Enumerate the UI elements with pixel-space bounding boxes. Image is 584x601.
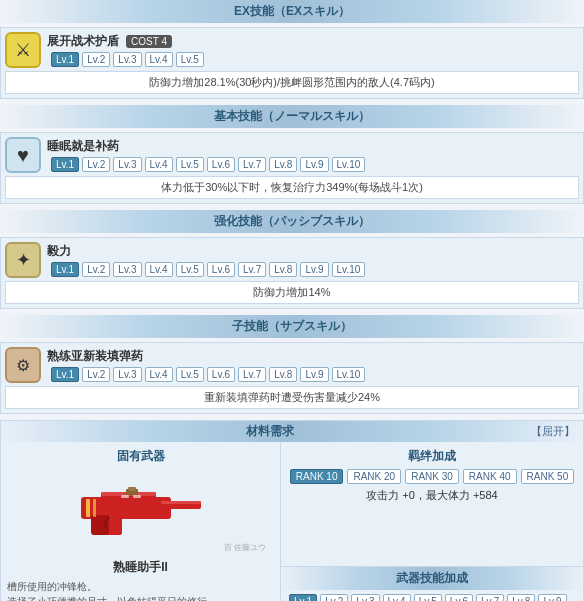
rank-panel-title: 羁绊加成 [287, 448, 577, 465]
weapon-bonus-header: 武器技能加成 [281, 567, 583, 590]
wb-lv-4[interactable]: Lv.4 [383, 594, 411, 601]
rank-20[interactable]: RANK 20 [347, 469, 401, 484]
materials-collapse-button[interactable]: 【屈开】 [531, 424, 575, 439]
rank-40[interactable]: RANK 40 [463, 469, 517, 484]
svg-rect-11 [86, 499, 90, 517]
basic-lv-8[interactable]: Lv.8 [269, 157, 297, 172]
basic-skill-section-header: 基本技能（ノーマルスキル） [0, 105, 584, 128]
wb-lv-9[interactable]: Lv.9 [538, 594, 566, 601]
enhance-lv-6[interactable]: Lv.6 [207, 262, 235, 277]
basic-lv-4[interactable]: Lv.4 [145, 157, 173, 172]
sub-lv-5[interactable]: Lv.5 [176, 367, 204, 382]
weapon-name: 熟睡助手II [7, 559, 274, 576]
basic-lv-5[interactable]: Lv.5 [176, 157, 204, 172]
enhance-lv-5[interactable]: Lv.5 [176, 262, 204, 277]
enhance-skill-name: 毅力 [47, 244, 71, 258]
enhance-skill-name-area: 毅力 Lv.1 Lv.2 Lv.3 Lv.4 Lv.5 Lv.6 Lv.7 Lv… [47, 243, 579, 277]
enhance-lv-3[interactable]: Lv.3 [113, 262, 141, 277]
wb-lv-3[interactable]: Lv.3 [351, 594, 379, 601]
sub-skill-icon: ⚙ [5, 347, 41, 383]
svg-rect-10 [128, 487, 136, 491]
enhance-lv-8[interactable]: Lv.8 [269, 262, 297, 277]
enhance-skill-levels: Lv.1 Lv.2 Lv.3 Lv.4 Lv.5 Lv.6 Lv.7 Lv.8 … [51, 262, 579, 277]
wb-lv-5[interactable]: Lv.5 [414, 594, 442, 601]
rank-stat: 攻击力 +0，最大体力 +584 [287, 488, 577, 503]
weapon-description: 槽所使用的冲锋枪。 选择了小巧便携的尺寸，以免妨碍平日的修行。 顺带一提，熟睡助… [7, 579, 274, 601]
sub-lv-2[interactable]: Lv.2 [82, 367, 110, 382]
ex-skill-row: ⚔ 展开战术护盾 COST 4 Lv.1 Lv.2 Lv.3 Lv.4 Lv.5 [5, 32, 579, 68]
svg-rect-8 [133, 495, 141, 498]
ex-lv-2[interactable]: Lv.2 [82, 52, 110, 67]
enhance-lv-10[interactable]: Lv.10 [332, 262, 366, 277]
weapon-info: 熟睡助手II 槽所使用的冲锋枪。 选择了小巧便携的尺寸，以免妨碍平日的修行。 顺… [7, 559, 274, 601]
enhance-lv-9[interactable]: Lv.9 [300, 262, 328, 277]
enhance-skill-icon: ✦ [5, 242, 41, 278]
basic-lv-7[interactable]: Lv.7 [238, 157, 266, 172]
materials-content: 固有武器 [1, 442, 583, 601]
weapon-bonus-content: Lv.1 Lv.2 Lv.3 Lv.4 Lv.5 Lv.6 Lv.7 Lv.8 … [281, 590, 583, 601]
enhance-skill-section-header: 强化技能（パッシブスキル） [0, 210, 584, 233]
ex-lv-5[interactable]: Lv.5 [176, 52, 204, 67]
sub-lv-10[interactable]: Lv.10 [332, 367, 366, 382]
enhance-lv-7[interactable]: Lv.7 [238, 262, 266, 277]
basic-skill-block: ♥ 睡眠就是补药 Lv.1 Lv.2 Lv.3 Lv.4 Lv.5 Lv.6 L… [0, 132, 584, 204]
sub-lv-1[interactable]: Lv.1 [51, 367, 79, 382]
weapon-image-area: 百 佐藤ユウ [7, 469, 274, 555]
sub-lv-8[interactable]: Lv.8 [269, 367, 297, 382]
ex-skill-cost: COST 4 [126, 35, 172, 48]
weapon-image [71, 477, 211, 547]
rank-50[interactable]: RANK 50 [521, 469, 575, 484]
basic-lv-6[interactable]: Lv.6 [207, 157, 235, 172]
ex-lv-4[interactable]: Lv.4 [145, 52, 173, 67]
sub-skill-levels: Lv.1 Lv.2 Lv.3 Lv.4 Lv.5 Lv.6 Lv.7 Lv.8 … [51, 367, 579, 382]
ex-skill-levels: Lv.1 Lv.2 Lv.3 Lv.4 Lv.5 [51, 52, 579, 67]
ex-skill-block: ⚔ 展开战术护盾 COST 4 Lv.1 Lv.2 Lv.3 Lv.4 Lv.5… [0, 27, 584, 99]
ex-skill-icon: ⚔ [5, 32, 41, 68]
wb-lv-1[interactable]: Lv.1 [289, 594, 317, 601]
basic-lv-10[interactable]: Lv.10 [332, 157, 366, 172]
sub-lv-6[interactable]: Lv.6 [207, 367, 235, 382]
enhance-skill-row: ✦ 毅力 Lv.1 Lv.2 Lv.3 Lv.4 Lv.5 Lv.6 Lv.7 … [5, 242, 579, 278]
ex-skill-name: 展开战术护盾 [47, 34, 119, 48]
basic-skill-name: 睡眠就是补药 [47, 139, 119, 153]
wb-level-row-1: Lv.1 Lv.2 Lv.3 Lv.4 Lv.5 Lv.6 Lv.7 Lv.8 … [289, 594, 575, 601]
enhance-lv-2[interactable]: Lv.2 [82, 262, 110, 277]
basic-skill-name-area: 睡眠就是补药 Lv.1 Lv.2 Lv.3 Lv.4 Lv.5 Lv.6 Lv.… [47, 138, 579, 172]
basic-lv-2[interactable]: Lv.2 [82, 157, 110, 172]
weapon-panel-title: 固有武器 [7, 448, 274, 465]
weapon-panel: 固有武器 [1, 442, 281, 601]
sub-lv-4[interactable]: Lv.4 [145, 367, 173, 382]
rank-panel: 羁绊加成 RANK 10 RANK 20 RANK 30 RANK 40 RAN… [281, 442, 583, 566]
basic-skill-icon: ♥ [5, 137, 41, 173]
right-panel: 羁绊加成 RANK 10 RANK 20 RANK 30 RANK 40 RAN… [281, 442, 583, 601]
basic-skill-row: ♥ 睡眠就是补药 Lv.1 Lv.2 Lv.3 Lv.4 Lv.5 Lv.6 L… [5, 137, 579, 173]
wb-lv-8[interactable]: Lv.8 [507, 594, 535, 601]
svg-rect-7 [121, 495, 129, 498]
rank-bars: RANK 10 RANK 20 RANK 30 RANK 40 RANK 50 [287, 469, 577, 484]
sub-lv-9[interactable]: Lv.9 [300, 367, 328, 382]
enhance-lv-4[interactable]: Lv.4 [145, 262, 173, 277]
enhance-skill-desc: 防御力增加14% [5, 281, 579, 304]
basic-lv-3[interactable]: Lv.3 [113, 157, 141, 172]
rank-10[interactable]: RANK 10 [290, 469, 344, 484]
ex-skill-section-header: EX技能（EXスキル） [0, 0, 584, 23]
basic-skill-levels: Lv.1 Lv.2 Lv.3 Lv.4 Lv.5 Lv.6 Lv.7 Lv.8 … [51, 157, 579, 172]
enhance-lv-1[interactable]: Lv.1 [51, 262, 79, 277]
basic-lv-1[interactable]: Lv.1 [51, 157, 79, 172]
wb-lv-6[interactable]: Lv.6 [445, 594, 473, 601]
svg-rect-2 [161, 501, 201, 504]
wb-lv-7[interactable]: Lv.7 [476, 594, 504, 601]
basic-skill-desc: 体力低于30%以下时，恢复治疗力349%(每场战斗1次) [5, 176, 579, 199]
sub-skill-desc: 重新装填弹药时遭受伤害量减少24% [5, 386, 579, 409]
sub-lv-7[interactable]: Lv.7 [238, 367, 266, 382]
sub-lv-3[interactable]: Lv.3 [113, 367, 141, 382]
materials-title: 材料需求 [9, 423, 531, 440]
wb-lv-2[interactable]: Lv.2 [320, 594, 348, 601]
ex-lv-3[interactable]: Lv.3 [113, 52, 141, 67]
basic-lv-9[interactable]: Lv.9 [300, 157, 328, 172]
ex-lv-1[interactable]: Lv.1 [51, 52, 79, 67]
ex-skill-desc: 防御力增加28.1%(30秒内)/挑衅圆形范围内的敌人(4.7码内) [5, 71, 579, 94]
sub-skill-name: 熟练亚新装填弹药 [47, 349, 143, 363]
svg-rect-12 [93, 499, 96, 517]
rank-30[interactable]: RANK 30 [405, 469, 459, 484]
